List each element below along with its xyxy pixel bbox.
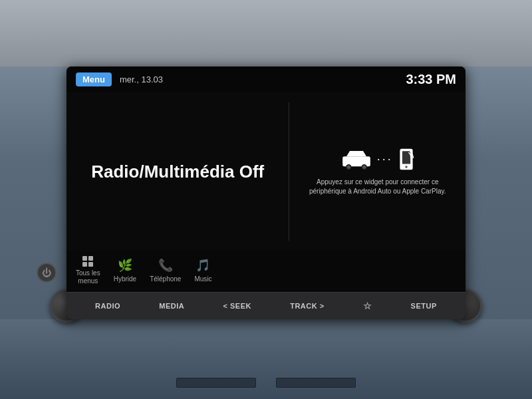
status-bar: Menu mer., 13.03 3:33 PM xyxy=(66,66,466,92)
dashboard-top xyxy=(0,0,532,66)
nav-phone[interactable]: 📞 Téléphone xyxy=(150,258,181,283)
media-off-title: Radio/Multimédia Off xyxy=(91,162,264,182)
hardware-button-bar: RADIO MEDIA < SEEK TRACK > ☆ SETUP xyxy=(66,292,466,319)
media-button[interactable]: MEDIA xyxy=(154,299,190,313)
nav-phone-label: Téléphone xyxy=(150,275,181,283)
left-panel: Radio/Multimédia Off xyxy=(66,92,289,251)
setup-button[interactable]: SETUP xyxy=(406,299,442,313)
vent-slot-left xyxy=(176,378,256,388)
infotainment-screen: Menu mer., 13.03 3:33 PM Radio/Multimédi… xyxy=(66,66,466,292)
car-icon xyxy=(340,148,373,171)
nav-hybrid[interactable]: 🌿 Hybride xyxy=(114,258,136,283)
dashboard-bottom xyxy=(0,319,532,399)
head-unit: Menu mer., 13.03 3:33 PM Radio/Multimédi… xyxy=(66,66,466,319)
power-button[interactable]: ⏻ xyxy=(37,263,57,283)
svg-point-2 xyxy=(347,165,350,168)
status-date: mer., 13.03 xyxy=(120,74,398,84)
status-time: 3:33 PM xyxy=(406,72,456,87)
nav-all-menus-label: Tous lesmenus xyxy=(76,269,100,285)
bottom-nav: Tous lesmenus 🌿 Hybride 📞 Téléphone 🎵 Mu… xyxy=(66,251,466,292)
grid-icon xyxy=(82,256,93,267)
svg-point-7 xyxy=(405,166,408,168)
svg-rect-0 xyxy=(342,156,370,166)
seek-back-button[interactable]: < SEEK xyxy=(217,299,256,313)
phone-device-icon xyxy=(397,148,416,171)
track-forward-button[interactable]: TRACK > xyxy=(285,299,329,313)
svg-point-4 xyxy=(362,165,366,168)
nav-music[interactable]: 🎵 Music xyxy=(194,258,211,283)
dots-connector: ··· xyxy=(377,152,393,166)
vent-slot-right xyxy=(276,378,356,388)
main-content: Radio/Multimédia Off xyxy=(66,92,466,251)
carplay-description: Appuyez sur ce widget pour connecter ce … xyxy=(303,178,452,196)
nav-music-label: Music xyxy=(194,275,211,283)
car-dashboard: ⏻ Menu mer., 13.03 3:33 PM Radio/Multimé… xyxy=(0,0,532,399)
carplay-icon-group: ··· xyxy=(340,148,416,171)
menu-badge[interactable]: Menu xyxy=(76,72,112,86)
nav-hybrid-label: Hybride xyxy=(114,275,136,283)
carplay-widget[interactable]: ··· Appuyez sur ce widget pour connecter… xyxy=(289,92,466,251)
vent-area xyxy=(0,366,532,399)
music-icon: 🎵 xyxy=(196,258,210,273)
leaf-icon: 🌿 xyxy=(118,258,132,273)
nav-all-menus[interactable]: Tous lesmenus xyxy=(76,256,100,285)
radio-button[interactable]: RADIO xyxy=(90,299,126,313)
favorite-button[interactable]: ☆ xyxy=(358,298,378,314)
phone-icon: 📞 xyxy=(158,258,173,273)
